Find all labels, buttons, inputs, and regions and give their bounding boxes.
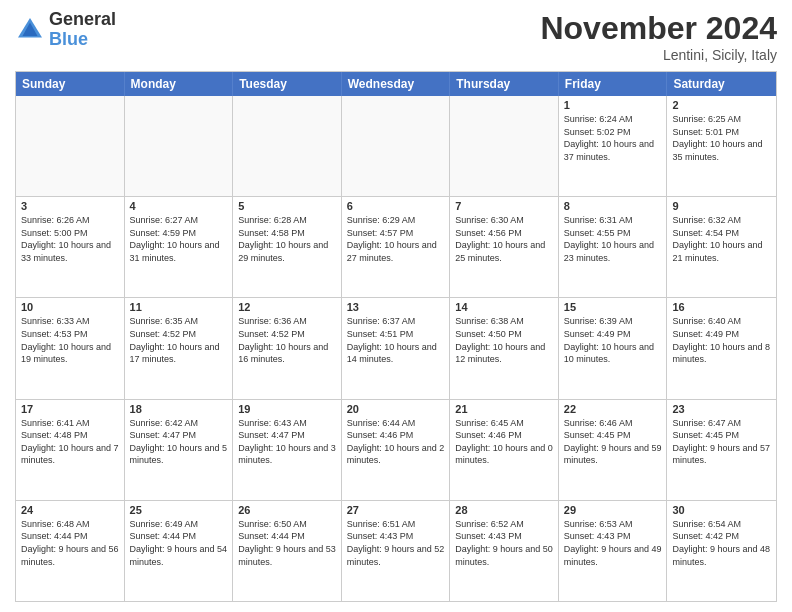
header: General Blue November 2024 Lentini, Sici… [15, 10, 777, 63]
cell-info: Sunrise: 6:29 AM Sunset: 4:57 PM Dayligh… [347, 214, 445, 264]
day-number: 24 [21, 504, 119, 516]
cell-info: Sunrise: 6:40 AM Sunset: 4:49 PM Dayligh… [672, 315, 771, 365]
calendar-cell: 23Sunrise: 6:47 AM Sunset: 4:45 PM Dayli… [667, 400, 776, 500]
cell-info: Sunrise: 6:37 AM Sunset: 4:51 PM Dayligh… [347, 315, 445, 365]
page: General Blue November 2024 Lentini, Sici… [0, 0, 792, 612]
cell-info: Sunrise: 6:51 AM Sunset: 4:43 PM Dayligh… [347, 518, 445, 568]
calendar-cell: 19Sunrise: 6:43 AM Sunset: 4:47 PM Dayli… [233, 400, 342, 500]
day-number: 17 [21, 403, 119, 415]
calendar-cell: 12Sunrise: 6:36 AM Sunset: 4:52 PM Dayli… [233, 298, 342, 398]
day-number: 21 [455, 403, 553, 415]
calendar-cell: 15Sunrise: 6:39 AM Sunset: 4:49 PM Dayli… [559, 298, 668, 398]
calendar-cell [16, 96, 125, 196]
day-number: 7 [455, 200, 553, 212]
calendar-cell: 6Sunrise: 6:29 AM Sunset: 4:57 PM Daylig… [342, 197, 451, 297]
day-number: 19 [238, 403, 336, 415]
cell-info: Sunrise: 6:28 AM Sunset: 4:58 PM Dayligh… [238, 214, 336, 264]
calendar-cell: 21Sunrise: 6:45 AM Sunset: 4:46 PM Dayli… [450, 400, 559, 500]
cell-info: Sunrise: 6:24 AM Sunset: 5:02 PM Dayligh… [564, 113, 662, 163]
calendar-cell [125, 96, 234, 196]
day-number: 12 [238, 301, 336, 313]
header-day-monday: Monday [125, 72, 234, 96]
calendar-cell: 8Sunrise: 6:31 AM Sunset: 4:55 PM Daylig… [559, 197, 668, 297]
day-number: 20 [347, 403, 445, 415]
calendar-cell: 22Sunrise: 6:46 AM Sunset: 4:45 PM Dayli… [559, 400, 668, 500]
calendar: SundayMondayTuesdayWednesdayThursdayFrid… [15, 71, 777, 602]
day-number: 18 [130, 403, 228, 415]
calendar-week-5: 24Sunrise: 6:48 AM Sunset: 4:44 PM Dayli… [16, 500, 776, 601]
cell-info: Sunrise: 6:39 AM Sunset: 4:49 PM Dayligh… [564, 315, 662, 365]
calendar-cell: 1Sunrise: 6:24 AM Sunset: 5:02 PM Daylig… [559, 96, 668, 196]
calendar-week-2: 3Sunrise: 6:26 AM Sunset: 5:00 PM Daylig… [16, 196, 776, 297]
calendar-cell: 17Sunrise: 6:41 AM Sunset: 4:48 PM Dayli… [16, 400, 125, 500]
calendar-cell: 20Sunrise: 6:44 AM Sunset: 4:46 PM Dayli… [342, 400, 451, 500]
cell-info: Sunrise: 6:43 AM Sunset: 4:47 PM Dayligh… [238, 417, 336, 467]
calendar-cell: 28Sunrise: 6:52 AM Sunset: 4:43 PM Dayli… [450, 501, 559, 601]
cell-info: Sunrise: 6:54 AM Sunset: 4:42 PM Dayligh… [672, 518, 771, 568]
day-number: 3 [21, 200, 119, 212]
calendar-cell: 16Sunrise: 6:40 AM Sunset: 4:49 PM Dayli… [667, 298, 776, 398]
cell-info: Sunrise: 6:27 AM Sunset: 4:59 PM Dayligh… [130, 214, 228, 264]
calendar-cell: 13Sunrise: 6:37 AM Sunset: 4:51 PM Dayli… [342, 298, 451, 398]
calendar-cell: 7Sunrise: 6:30 AM Sunset: 4:56 PM Daylig… [450, 197, 559, 297]
day-number: 11 [130, 301, 228, 313]
calendar-week-4: 17Sunrise: 6:41 AM Sunset: 4:48 PM Dayli… [16, 399, 776, 500]
header-day-saturday: Saturday [667, 72, 776, 96]
cell-info: Sunrise: 6:26 AM Sunset: 5:00 PM Dayligh… [21, 214, 119, 264]
cell-info: Sunrise: 6:30 AM Sunset: 4:56 PM Dayligh… [455, 214, 553, 264]
calendar-cell: 25Sunrise: 6:49 AM Sunset: 4:44 PM Dayli… [125, 501, 234, 601]
calendar-cell: 4Sunrise: 6:27 AM Sunset: 4:59 PM Daylig… [125, 197, 234, 297]
logo-text: General Blue [49, 10, 116, 50]
day-number: 10 [21, 301, 119, 313]
day-number: 9 [672, 200, 771, 212]
calendar-cell: 10Sunrise: 6:33 AM Sunset: 4:53 PM Dayli… [16, 298, 125, 398]
cell-info: Sunrise: 6:42 AM Sunset: 4:47 PM Dayligh… [130, 417, 228, 467]
day-number: 22 [564, 403, 662, 415]
calendar-cell: 30Sunrise: 6:54 AM Sunset: 4:42 PM Dayli… [667, 501, 776, 601]
location: Lentini, Sicily, Italy [540, 47, 777, 63]
day-number: 6 [347, 200, 445, 212]
calendar-cell: 14Sunrise: 6:38 AM Sunset: 4:50 PM Dayli… [450, 298, 559, 398]
title-block: November 2024 Lentini, Sicily, Italy [540, 10, 777, 63]
cell-info: Sunrise: 6:50 AM Sunset: 4:44 PM Dayligh… [238, 518, 336, 568]
cell-info: Sunrise: 6:53 AM Sunset: 4:43 PM Dayligh… [564, 518, 662, 568]
calendar-week-3: 10Sunrise: 6:33 AM Sunset: 4:53 PM Dayli… [16, 297, 776, 398]
day-number: 5 [238, 200, 336, 212]
month-title: November 2024 [540, 10, 777, 47]
day-number: 27 [347, 504, 445, 516]
cell-info: Sunrise: 6:31 AM Sunset: 4:55 PM Dayligh… [564, 214, 662, 264]
cell-info: Sunrise: 6:45 AM Sunset: 4:46 PM Dayligh… [455, 417, 553, 467]
calendar-cell: 26Sunrise: 6:50 AM Sunset: 4:44 PM Dayli… [233, 501, 342, 601]
header-day-thursday: Thursday [450, 72, 559, 96]
cell-info: Sunrise: 6:25 AM Sunset: 5:01 PM Dayligh… [672, 113, 771, 163]
day-number: 30 [672, 504, 771, 516]
cell-info: Sunrise: 6:44 AM Sunset: 4:46 PM Dayligh… [347, 417, 445, 467]
cell-info: Sunrise: 6:33 AM Sunset: 4:53 PM Dayligh… [21, 315, 119, 365]
header-day-wednesday: Wednesday [342, 72, 451, 96]
day-number: 28 [455, 504, 553, 516]
day-number: 29 [564, 504, 662, 516]
calendar-cell: 11Sunrise: 6:35 AM Sunset: 4:52 PM Dayli… [125, 298, 234, 398]
calendar-cell: 29Sunrise: 6:53 AM Sunset: 4:43 PM Dayli… [559, 501, 668, 601]
day-number: 25 [130, 504, 228, 516]
day-number: 1 [564, 99, 662, 111]
calendar-cell: 27Sunrise: 6:51 AM Sunset: 4:43 PM Dayli… [342, 501, 451, 601]
cell-info: Sunrise: 6:36 AM Sunset: 4:52 PM Dayligh… [238, 315, 336, 365]
cell-info: Sunrise: 6:38 AM Sunset: 4:50 PM Dayligh… [455, 315, 553, 365]
calendar-cell: 2Sunrise: 6:25 AM Sunset: 5:01 PM Daylig… [667, 96, 776, 196]
header-day-tuesday: Tuesday [233, 72, 342, 96]
day-number: 14 [455, 301, 553, 313]
cell-info: Sunrise: 6:47 AM Sunset: 4:45 PM Dayligh… [672, 417, 771, 467]
day-number: 16 [672, 301, 771, 313]
day-number: 26 [238, 504, 336, 516]
logo-icon [15, 15, 45, 45]
cell-info: Sunrise: 6:49 AM Sunset: 4:44 PM Dayligh… [130, 518, 228, 568]
calendar-cell [342, 96, 451, 196]
cell-info: Sunrise: 6:52 AM Sunset: 4:43 PM Dayligh… [455, 518, 553, 568]
day-number: 13 [347, 301, 445, 313]
calendar-cell: 9Sunrise: 6:32 AM Sunset: 4:54 PM Daylig… [667, 197, 776, 297]
calendar-cell: 18Sunrise: 6:42 AM Sunset: 4:47 PM Dayli… [125, 400, 234, 500]
cell-info: Sunrise: 6:32 AM Sunset: 4:54 PM Dayligh… [672, 214, 771, 264]
calendar-cell [233, 96, 342, 196]
cell-info: Sunrise: 6:46 AM Sunset: 4:45 PM Dayligh… [564, 417, 662, 467]
